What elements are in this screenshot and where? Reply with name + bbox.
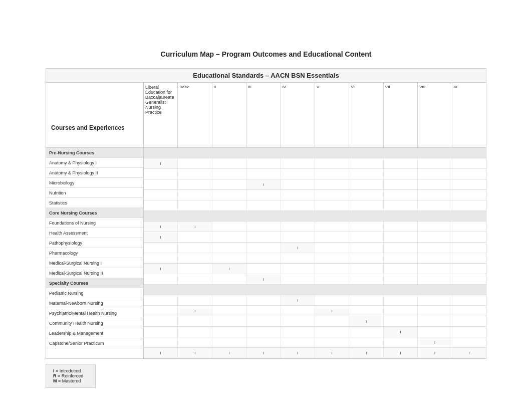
data-cell bbox=[144, 179, 178, 189]
data-cell bbox=[281, 190, 315, 200]
data-cell: I bbox=[349, 316, 383, 326]
data-cell bbox=[281, 179, 315, 189]
data-cell bbox=[246, 306, 281, 316]
data-cell bbox=[418, 243, 452, 253]
edu-standards-header: Educational Standards – AACN BSN Essenti… bbox=[46, 69, 486, 83]
data-cell bbox=[452, 243, 486, 253]
data-cell: I bbox=[178, 306, 212, 316]
data-cell bbox=[418, 253, 452, 263]
data-cell: I bbox=[144, 264, 178, 274]
data-cell: I bbox=[418, 337, 452, 347]
data-row-group-header bbox=[144, 285, 486, 295]
data-row bbox=[144, 253, 486, 264]
data-cell bbox=[452, 232, 486, 242]
std-col-header-10: IX bbox=[452, 83, 486, 147]
data-cell bbox=[384, 232, 418, 242]
data-cell bbox=[144, 148, 178, 158]
course-cell: Community Health Nursing bbox=[46, 318, 143, 328]
data-cell: I bbox=[144, 232, 178, 242]
data-rows: I bbox=[144, 148, 486, 358]
data-cell bbox=[212, 200, 246, 211]
course-cell: Anatomy & Physiology II bbox=[46, 168, 143, 178]
data-row: I bbox=[144, 158, 486, 169]
data-area: Liberal Education for Baccalaureate Gene… bbox=[144, 83, 486, 358]
legend-area: I = Introduced R = Reinforced M = Master… bbox=[46, 364, 486, 388]
data-cell bbox=[315, 158, 349, 168]
course-cell: Nutrition bbox=[46, 188, 143, 198]
data-cell bbox=[349, 169, 383, 179]
data-cell bbox=[452, 200, 486, 211]
data-cell bbox=[315, 337, 349, 347]
courses-column: Courses and Experiences Pre-Nursing Cour… bbox=[46, 83, 144, 358]
data-cell bbox=[178, 179, 212, 189]
data-cell bbox=[349, 190, 383, 200]
data-cell bbox=[384, 306, 418, 316]
data-cell bbox=[315, 295, 349, 305]
data-cell bbox=[212, 211, 246, 221]
data-cell bbox=[178, 274, 212, 284]
data-cell: I bbox=[315, 306, 349, 316]
data-cell bbox=[452, 316, 486, 326]
data-cell bbox=[452, 190, 486, 200]
data-cell: I bbox=[144, 158, 178, 168]
std-col-header-7: VI bbox=[349, 83, 383, 147]
data-cell bbox=[144, 327, 178, 337]
data-row: I I bbox=[144, 222, 486, 232]
data-cell bbox=[315, 264, 349, 274]
data-row bbox=[144, 200, 486, 211]
page-title: Curriculum Map – Program Outcomes and Ed… bbox=[161, 50, 372, 58]
data-cell bbox=[349, 253, 383, 263]
data-cell bbox=[281, 169, 315, 179]
data-cell bbox=[281, 200, 315, 211]
data-row: I bbox=[144, 316, 486, 327]
data-cell: I bbox=[246, 274, 281, 284]
data-cell bbox=[144, 211, 178, 221]
data-cell bbox=[246, 158, 281, 168]
data-cell bbox=[212, 243, 246, 253]
data-cell bbox=[418, 222, 452, 232]
std-col-header-3: II bbox=[212, 83, 246, 147]
data-cell bbox=[384, 200, 418, 211]
data-cell bbox=[178, 243, 212, 253]
data-row: I bbox=[144, 232, 486, 243]
courses-rows: Pre-Nursing Courses Anatomy & Physiology… bbox=[46, 148, 143, 348]
data-cell bbox=[212, 253, 246, 263]
data-cell: I bbox=[178, 348, 212, 358]
data-cell bbox=[384, 179, 418, 189]
std-col-header-8: VII bbox=[384, 83, 418, 147]
data-cell bbox=[281, 232, 315, 242]
data-cell bbox=[315, 211, 349, 221]
data-cell bbox=[144, 190, 178, 200]
course-cell: Pediatric Nursing bbox=[46, 288, 143, 298]
data-cell bbox=[315, 169, 349, 179]
data-cell bbox=[315, 274, 349, 284]
data-cell bbox=[384, 337, 418, 347]
data-cell bbox=[452, 337, 486, 347]
data-cell: I bbox=[144, 348, 178, 358]
data-cell: I bbox=[281, 243, 315, 253]
data-cell bbox=[281, 306, 315, 316]
data-cell bbox=[178, 232, 212, 242]
data-cell bbox=[418, 264, 452, 274]
course-cell: Maternal-Newborn Nursing bbox=[46, 298, 143, 308]
data-cell: I bbox=[281, 348, 315, 358]
data-cell: I bbox=[246, 348, 281, 358]
course-cell: Microbiology bbox=[46, 178, 143, 188]
data-cell bbox=[315, 243, 349, 253]
course-cell: Foundations of Nursing bbox=[46, 218, 143, 228]
data-cell bbox=[281, 316, 315, 326]
data-cell bbox=[144, 274, 178, 284]
legend-m: M = Mastered bbox=[53, 378, 81, 383]
data-cell bbox=[246, 169, 281, 179]
data-cell bbox=[349, 211, 383, 221]
data-cell bbox=[246, 148, 281, 158]
data-cell bbox=[144, 169, 178, 179]
data-cell bbox=[315, 190, 349, 200]
standards-subheader: Liberal Education for Baccalaureate Gene… bbox=[144, 83, 486, 148]
data-cell bbox=[418, 295, 452, 305]
courses-and-experiences-label: Courses and Experiences bbox=[51, 124, 138, 131]
data-cell bbox=[315, 148, 349, 158]
data-cell bbox=[178, 190, 212, 200]
data-cell bbox=[281, 264, 315, 274]
data-row: I I bbox=[144, 264, 486, 274]
